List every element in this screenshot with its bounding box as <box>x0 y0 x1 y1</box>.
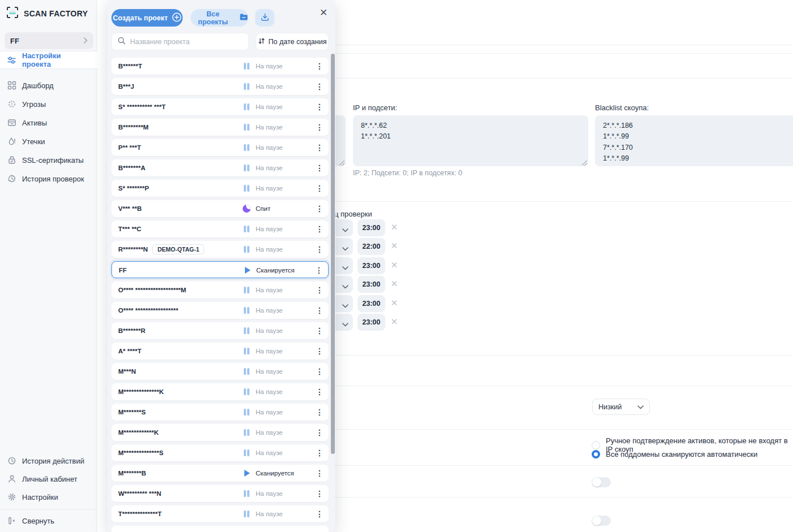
project-row[interactable]: B*******R На паузе ⋮ <box>111 322 329 339</box>
all-projects-label: Все проекты <box>191 10 235 26</box>
create-project-button[interactable]: Создать проект <box>111 9 183 27</box>
project-row[interactable]: B*******A На паузе ⋮ <box>111 159 329 176</box>
sidebar-item-label: Угрозы <box>22 100 46 109</box>
remove-time-icon[interactable]: ✕ <box>389 222 399 232</box>
time-input[interactable]: 23:00 <box>357 257 385 274</box>
project-row[interactable]: T**************T На паузе ⋮ <box>111 505 329 522</box>
kebab-menu-icon[interactable]: ⋮ <box>314 98 325 115</box>
project-row[interactable]: S* ********** ***T На паузе ⋮ <box>111 98 329 115</box>
remove-time-icon[interactable]: ✕ <box>389 298 399 308</box>
project-row-partial[interactable] <box>111 526 329 532</box>
panel-scrollbar[interactable] <box>331 54 335 454</box>
kebab-menu-icon[interactable]: ⋮ <box>314 139 325 156</box>
project-row[interactable]: R********N DEMO-QTAG-1 На паузе ⋮ <box>111 241 329 258</box>
status-label: На паузе <box>256 287 283 293</box>
sidebar-item-action-history[interactable]: История действий <box>0 452 97 469</box>
project-row[interactable]: FF Сканируется ⋮ <box>111 261 329 278</box>
resize-handle-icon[interactable] <box>582 161 587 166</box>
project-row[interactable]: B***J На паузе ⋮ <box>111 78 329 95</box>
search-input[interactable] <box>130 38 243 46</box>
status-label: На паузе <box>256 409 283 416</box>
radio-icon[interactable] <box>592 450 600 459</box>
sidebar-item-leaks[interactable]: Утечки <box>0 133 97 150</box>
kebab-menu-icon[interactable]: ⋮ <box>314 404 325 421</box>
project-row[interactable]: W********* ***N На паузе ⋮ <box>111 485 329 502</box>
kebab-menu-icon[interactable]: ⋮ <box>314 485 325 502</box>
kebab-menu-icon[interactable]: ⋮ <box>313 262 325 279</box>
blacklist-textarea[interactable]: 2*.*.*.186 1*.*.*.99 7*.*.*.170 1*.*.*.9… <box>595 115 793 166</box>
project-selector[interactable]: FF <box>5 32 93 49</box>
time-input[interactable]: 23:00 <box>357 219 385 236</box>
kebab-menu-icon[interactable]: ⋮ <box>314 78 325 95</box>
project-row[interactable]: M*******S На паузе ⋮ <box>111 404 329 421</box>
kebab-menu-icon[interactable]: ⋮ <box>314 343 325 360</box>
resize-handle-icon[interactable] <box>339 161 344 166</box>
kebab-menu-icon[interactable]: ⋮ <box>314 505 325 522</box>
kebab-menu-icon[interactable]: ⋮ <box>314 363 325 380</box>
sidebar-item-check-history[interactable]: История проверок <box>0 170 97 187</box>
download-button[interactable] <box>255 9 274 27</box>
project-row[interactable]: T*** **C На паузе ⋮ <box>111 220 329 237</box>
project-row[interactable]: M************K На паузе ⋮ <box>111 424 329 441</box>
sidebar-item-ssl-certificates[interactable]: SSL-сертификаты <box>0 152 97 168</box>
project-row[interactable]: M**************S На паузе ⋮ <box>111 444 329 461</box>
sidebar-item-settings[interactable]: Настройки <box>0 488 97 505</box>
sidebar-item-personal-account[interactable]: Личный кабинет <box>0 470 97 487</box>
project-row[interactable]: P** ***T На паузе ⋮ <box>111 139 329 156</box>
download-icon <box>261 13 269 23</box>
remove-time-icon[interactable]: ✕ <box>389 260 399 270</box>
project-row[interactable]: O**** ******************M На паузе ⋮ <box>111 282 329 299</box>
time-input[interactable]: 23:00 <box>357 314 385 331</box>
history-check-icon <box>7 174 16 184</box>
all-projects-button[interactable]: Все проекты <box>191 9 248 27</box>
kebab-menu-icon[interactable]: ⋮ <box>314 444 325 461</box>
project-row[interactable]: V*** **B Спит ⋮ <box>111 200 329 217</box>
time-input[interactable]: 23:00 <box>357 295 385 312</box>
project-row[interactable]: A* ****T На паузе ⋮ <box>111 343 329 360</box>
kebab-menu-icon[interactable]: ⋮ <box>314 159 325 176</box>
kebab-menu-icon[interactable]: ⋮ <box>314 180 325 197</box>
project-row[interactable]: M***N На паузе ⋮ <box>111 363 329 380</box>
kebab-menu-icon[interactable]: ⋮ <box>314 58 325 75</box>
kebab-menu-icon[interactable]: ⋮ <box>314 302 325 319</box>
severity-select[interactable]: Низкий <box>592 399 650 415</box>
kebab-menu-icon[interactable]: ⋮ <box>314 282 325 299</box>
sidebar-item-assets[interactable]: Активы <box>0 114 97 131</box>
kebab-menu-icon[interactable]: ⋮ <box>314 424 325 441</box>
radio-auto-scan[interactable]: Все поддомены сканируются автоматически <box>592 450 757 459</box>
remove-time-icon[interactable]: ✕ <box>389 317 399 327</box>
project-row[interactable]: O**** ***************** На паузе ⋮ <box>111 302 329 319</box>
ip-subnets-textarea[interactable]: 8*.*.*.62 1*.*.*.201 <box>353 115 588 166</box>
sidebar-item-dashboard[interactable]: Дашборд <box>0 77 97 94</box>
kebab-menu-icon[interactable]: ⋮ <box>314 119 325 136</box>
sort-button[interactable]: По дате создания <box>256 33 329 50</box>
remove-time-icon[interactable]: ✕ <box>389 241 399 251</box>
project-row[interactable]: B********M На паузе ⋮ <box>111 119 329 136</box>
toggle-knob <box>592 478 601 487</box>
kebab-menu-icon[interactable]: ⋮ <box>314 200 325 217</box>
kebab-menu-icon[interactable]: ⋮ <box>314 383 325 400</box>
kebab-menu-icon[interactable]: ⋮ <box>314 465 325 482</box>
project-row[interactable]: S* *******P На паузе ⋮ <box>111 180 329 197</box>
project-search[interactable] <box>111 33 249 50</box>
radio-icon[interactable] <box>592 441 600 449</box>
status-label: Сканируется <box>256 470 294 477</box>
status-label: На паузе <box>256 511 283 517</box>
time-input[interactable]: 23:00 <box>357 276 385 293</box>
toggle-switch-2[interactable] <box>592 516 611 526</box>
sidebar-item-threats[interactable]: Угрозы <box>0 96 97 113</box>
project-row[interactable]: M**************K На паузе ⋮ <box>111 383 329 400</box>
remove-time-icon[interactable]: ✕ <box>389 279 399 289</box>
project-row[interactable]: M*******B Сканируется ⋮ <box>111 465 329 482</box>
toggle-switch-1[interactable] <box>592 477 611 487</box>
kebab-menu-icon[interactable]: ⋮ <box>314 322 325 339</box>
time-input[interactable]: 22:00 <box>357 238 385 255</box>
chevron-down-icon <box>342 300 348 310</box>
kebab-menu-icon[interactable]: ⋮ <box>314 220 325 237</box>
sidebar-item-collapse[interactable]: Свернуть <box>0 512 97 529</box>
project-name: B*******R <box>118 327 145 334</box>
kebab-menu-icon[interactable]: ⋮ <box>314 241 325 258</box>
close-icon[interactable]: ✕ <box>318 7 329 19</box>
project-row[interactable]: B******T На паузе ⋮ <box>111 58 329 75</box>
sidebar-item-project-settings[interactable]: Настройки проекта <box>0 51 97 69</box>
